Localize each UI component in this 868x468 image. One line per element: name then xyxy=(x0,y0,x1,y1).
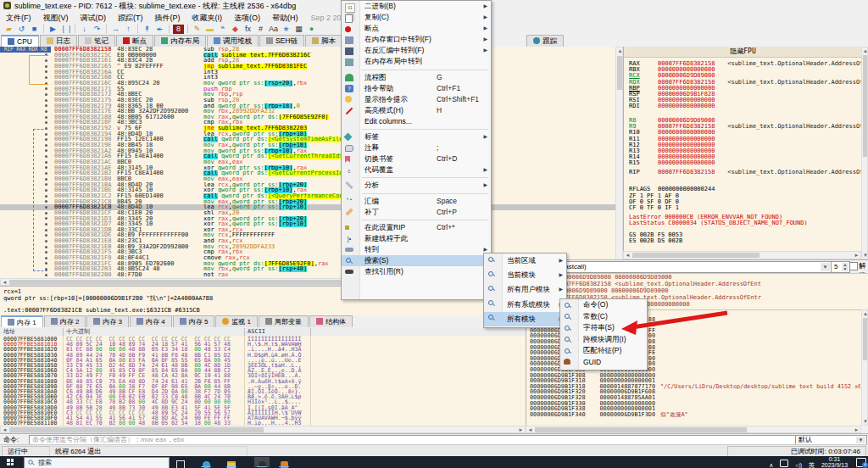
stack-row[interactable]: 00000006D9B1F3100000000000000001 xyxy=(526,378,868,384)
restart-icon[interactable]: ↺ xyxy=(16,25,27,34)
flags-row[interactable]: CF 0 TF 0 IF 1 xyxy=(629,204,862,211)
menu-item[interactable]: 当前模块▶ xyxy=(484,268,566,282)
disasm-row[interactable]: 00007FF6D83821E848:23C1and rax,rcx xyxy=(0,238,615,244)
step-over-icon[interactable]: ↷ xyxy=(92,25,103,34)
disasm-row[interactable]: 00007FF6D83821B88BC0mov eax,eax xyxy=(0,176,615,182)
chat-icon[interactable] xyxy=(780,460,788,467)
edge-taskbar-icon[interactable] xyxy=(198,457,214,467)
stack-row[interactable]: 00000006D9B1F3180000014887877170"/C/User… xyxy=(526,384,868,390)
comment-icon[interactable]: ❝ xyxy=(217,25,228,34)
arg-count-stepper[interactable]: 5▲▼ xyxy=(831,261,850,273)
registers-panel[interactable]: 隐藏FPU RAX00007FF6D8382158 <sublime_text.… xyxy=(623,47,862,259)
memory-dump-view[interactable]: 00007FFBE5881000CCCCCCCCCCCCCCCCCCCCCCCC… xyxy=(0,336,526,426)
menu-item[interactable]: 标签▶ xyxy=(342,131,491,142)
tab-监视-1[interactable]: 监视 1 xyxy=(215,315,258,327)
menu-d[interactable]: 调试(D) xyxy=(75,12,113,24)
disasm-row[interactable]: 00007FF6D83821A6FF15 E4EA1400call qword … xyxy=(0,153,615,159)
menu-item[interactable]: 分析▶ xyxy=(342,180,491,191)
disasm-row[interactable]: 00007FF6D83821BE48:3145 10xor qword ptr … xyxy=(0,187,615,193)
fastcall-arg-row[interactable]: 1: rcx 00000006D9D89000 00000006D9D89000 xyxy=(526,274,868,281)
disasm-row[interactable]: 00007FF6D838216ACCint3 xyxy=(0,70,615,75)
tab-局部变量[interactable]: 局部变量 xyxy=(259,315,309,327)
registers-vscrollbar[interactable]: ▲▼ xyxy=(861,47,868,259)
stack-row[interactable]: 00000006D9B1F3380000000000000001 xyxy=(526,406,868,412)
disasm-row[interactable]: 00007FF6D838217948:8365 18 00and qword p… xyxy=(0,103,615,109)
disasm-row[interactable]: 00007FF6D838216BCCint3 xyxy=(0,75,615,81)
menu-item[interactable]: 搜索(S)▶ xyxy=(342,255,491,266)
tab-内存-5[interactable]: 内存 5 xyxy=(173,315,215,327)
disasm-row[interactable]: 00007FF6D83821DB48:33C1xor rax,rcx xyxy=(0,227,615,233)
language-indicator[interactable]: 英 xyxy=(809,462,815,468)
menu-i[interactable]: 收藏夹(I) xyxy=(186,12,229,24)
menu-item[interactable]: ε代码覆盖▶ xyxy=(342,164,491,176)
disasm-vscrollbar[interactable]: ▲▼ xyxy=(615,47,623,286)
lamp-icon[interactable]: ● xyxy=(306,25,317,34)
menu-item[interactable]: 所有模块▶ xyxy=(484,312,566,326)
disasm-row[interactable]: 00007FF6D83821C88B45 20mov eax,dword ptr… xyxy=(0,199,615,205)
hash-icon[interactable]: # xyxy=(255,25,266,34)
disasm-row[interactable]: 00007FF6D838217E48:BB 32A2DF2D992800mov … xyxy=(0,109,615,114)
menu-t[interactable]: 跟踪(T) xyxy=(112,12,149,24)
menu-item[interactable]: 高亮模式(H)H xyxy=(342,105,491,116)
menu-item[interactable]: 常数(C) xyxy=(560,311,647,323)
stack-row[interactable]: 00000006D9B1F328000001488785AA01 xyxy=(526,395,868,401)
menu-item[interactable]: 01二进制(B)▶ xyxy=(342,1,491,12)
calling-convention-select[interactable]: 默认 (x64 fastcall)▼ xyxy=(529,261,832,273)
disasm-row[interactable]: 00007FF6D838217548:83EC 20sub rsp,20 xyxy=(0,98,615,103)
disasm-row[interactable]: 00007FF6D838219E48:8B45 18mov rax,qword … xyxy=(0,142,615,148)
disasm-row[interactable]: 00007FF6D83821C2FF15 60ED1400call qword … xyxy=(0,193,615,199)
menu-item[interactable]: 匹配特征(P) xyxy=(560,345,647,357)
calculator-icon[interactable]: ▦ xyxy=(293,25,304,34)
disasm-row[interactable]: 00007FF6D838216C48:895C24 20mov qword pt… xyxy=(0,81,615,86)
menu-item[interactable]: ?指令帮助Ctrl+F1 xyxy=(342,83,491,94)
stop-icon[interactable]: ■ xyxy=(29,25,40,34)
run-icon[interactable]: ▶ xyxy=(47,25,58,34)
tab-日志[interactable]: 日志 xyxy=(40,35,77,47)
menu-item[interactable]: Edit columns... xyxy=(342,116,491,127)
tab-内存布局[interactable]: 内存布局 xyxy=(154,35,206,47)
explorer-taskbar-icon[interactable] xyxy=(224,457,239,467)
disasm-row[interactable]: 00007FF6D83821D748:3345 10xor rax,qword … xyxy=(0,221,615,227)
menu-item[interactable]: 命令(O) xyxy=(560,299,647,311)
tab-内存-1[interactable]: 内存 1 xyxy=(1,315,43,327)
menu-item[interactable]: 显示指令提示Ctrl+Shift+F1 xyxy=(342,94,491,105)
fastcall-arg-row[interactable]: 3: r8 00000006D9D89000 00000006D9D89000 xyxy=(526,287,868,294)
volume-icon[interactable]: ◁) xyxy=(795,462,802,468)
tab-断点[interactable]: 断点 xyxy=(116,35,153,47)
disasm-row[interactable]: 00007FF6D8382198FF15 12EC1400call qword … xyxy=(0,136,615,142)
notification-center-button[interactable]: 4 xyxy=(856,458,866,467)
last-status-row[interactable]: LastStatus C0000034 (STATUS_OBJECT_NAME_… xyxy=(629,220,862,226)
taskbar-search-box[interactable]: 搜索 xyxy=(24,457,170,468)
start-button[interactable] xyxy=(0,456,22,468)
stepper-arrows-icon[interactable]: ▲▼ xyxy=(842,263,849,271)
menu-item[interactable]: 复制(C)▶ xyxy=(342,12,491,23)
disasm-row[interactable]: 00007FF6D83821EB48:B9 33A2DF2D992800mov … xyxy=(0,244,615,250)
menu-o[interactable]: 选项(O) xyxy=(228,12,266,24)
menu-item[interactable]: 字符串(S) xyxy=(560,322,647,334)
taskbar-clock[interactable]: 0:312023/9/13 xyxy=(821,456,848,468)
disasm-row[interactable]: 00007FF6D838217248:8BECmov rbp,rsp xyxy=(0,92,615,98)
disasm-row[interactable]: 00007FF6D838219448:8D4D 18lea rcx,qword … xyxy=(0,131,615,137)
trace-into-icon[interactable]: ↞ xyxy=(154,25,165,34)
step-into-icon[interactable]: ↓ xyxy=(79,25,90,34)
patches-icon[interactable]: ▬ xyxy=(204,25,215,34)
disasm-row[interactable]: 00007FF6D83821AE48:3145 10xor qword ptr … xyxy=(0,165,615,171)
animate-icon[interactable]: ↟ xyxy=(142,25,153,34)
tab-调用堆栈[interactable]: 调用堆栈 xyxy=(207,35,259,47)
disasm-row[interactable]: 00007FF6D83821DE48:B9 FFFFFFFFFFFF00mov … xyxy=(0,232,615,238)
chevron-down-icon[interactable]: ▼ xyxy=(856,437,865,443)
disasm-row[interactable]: 00007FF6D838215848:83EC 28sub rsp,28 xyxy=(0,47,615,53)
menu-item[interactable]: 在内存窗口中转到(F)▶ xyxy=(342,34,491,45)
menu-item[interactable]: 在内存布局中转到 xyxy=(342,56,491,67)
disasm-row[interactable]: 00007FF6D83821CB48:8D4D 10lea rcx,qword … xyxy=(0,204,615,210)
disasm-row[interactable]: 00007FF6D838218F48:3BC3cmp rax,rbx xyxy=(0,120,615,125)
disasm-row[interactable]: 00007FF6D83821AC8BC0mov eax,eax xyxy=(0,159,615,165)
menu-item[interactable]: GUID xyxy=(560,357,647,369)
stack-hscrollbar[interactable]: ◄► xyxy=(526,426,861,433)
tab-seh链[interactable]: SEH链 xyxy=(259,35,304,47)
col-ascii[interactable]: ASCII xyxy=(248,328,265,336)
menu-v[interactable]: 视图(V) xyxy=(37,12,75,24)
tab-脚本[interactable]: 脚本 xyxy=(305,35,342,47)
menu-item[interactable]: 所有用户模块▶ xyxy=(484,282,566,297)
register-row[interactable]: RDI0000000000000000 xyxy=(629,103,862,109)
